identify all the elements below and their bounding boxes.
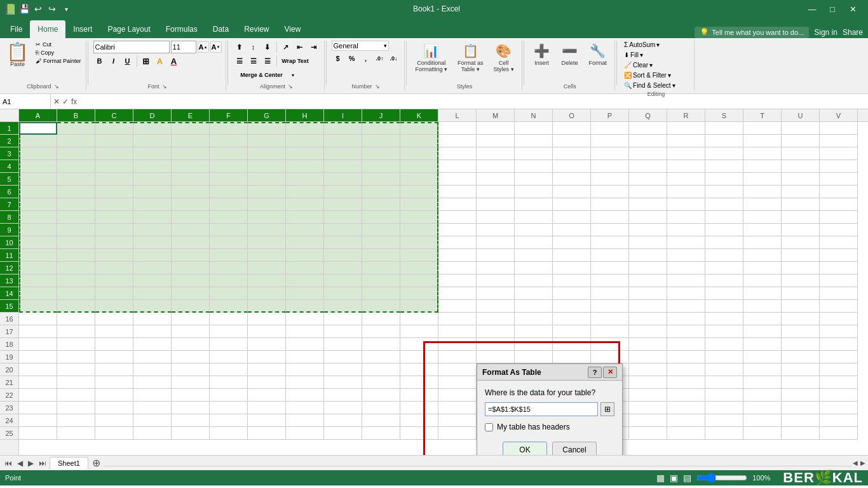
grid-cell[interactable] — [553, 300, 591, 313]
col-header-R[interactable]: R — [667, 109, 705, 121]
grid-cell[interactable] — [553, 351, 591, 363]
grid-cell[interactable] — [477, 351, 515, 363]
row-header-12[interactable]: 12 — [0, 262, 18, 274]
grid-cell[interactable] — [515, 173, 553, 186]
grid-cell[interactable] — [667, 325, 705, 338]
grid-cell[interactable] — [133, 287, 172, 300]
row-header-8[interactable]: 8 — [0, 211, 18, 224]
grid-cell[interactable] — [362, 338, 400, 351]
grid-cell[interactable] — [629, 402, 667, 414]
grid-cell[interactable] — [591, 313, 629, 325]
grid-cell[interactable] — [248, 262, 286, 274]
col-header-H[interactable]: H — [286, 109, 324, 121]
grid-cell[interactable] — [438, 325, 477, 338]
grid-cell[interactable] — [172, 287, 210, 300]
grid-cell[interactable] — [820, 135, 858, 147]
grid-cell[interactable] — [400, 198, 438, 211]
grid-cell[interactable] — [324, 211, 362, 224]
grid-cell[interactable] — [248, 173, 286, 186]
tab-formulas[interactable]: Formulas — [158, 20, 205, 38]
grid-cell[interactable] — [820, 338, 858, 351]
row-header-24[interactable]: 24 — [0, 414, 18, 427]
grid-cell[interactable] — [743, 198, 782, 211]
grid-cell[interactable] — [133, 414, 172, 427]
grid-cell[interactable] — [743, 414, 782, 427]
row-header-25[interactable]: 25 — [0, 427, 18, 440]
grid-cell[interactable] — [820, 236, 858, 249]
grid-cell[interactable] — [667, 274, 705, 287]
grid-cell[interactable] — [743, 224, 782, 236]
grid-cell[interactable] — [400, 287, 438, 300]
grid-cell[interactable] — [553, 147, 591, 160]
grid-cell[interactable] — [667, 236, 705, 249]
grid-cell[interactable] — [286, 389, 324, 402]
grid-cell[interactable] — [324, 427, 362, 440]
dialog-help-button[interactable]: ? — [588, 367, 602, 378]
close-button[interactable]: ✕ — [843, 0, 863, 18]
grid-cell[interactable] — [553, 338, 591, 351]
grid-cell[interactable] — [133, 262, 172, 274]
grid-cell[interactable] — [172, 173, 210, 186]
grid-cell[interactable] — [133, 389, 172, 402]
grid-cell[interactable] — [172, 338, 210, 351]
grid-cell[interactable] — [515, 186, 553, 198]
dialog-cancel-button[interactable]: Cancel — [552, 442, 597, 455]
grid-cell[interactable] — [743, 300, 782, 313]
undo-icon[interactable]: ↩ — [33, 4, 43, 14]
grid-cell[interactable] — [743, 122, 782, 135]
grid-cell[interactable] — [667, 376, 705, 389]
grid-cell[interactable] — [95, 160, 133, 173]
grid-cell[interactable] — [286, 414, 324, 427]
grid-cell[interactable] — [667, 249, 705, 262]
grid-cell[interactable] — [782, 249, 820, 262]
grid-cell[interactable] — [286, 122, 324, 135]
comma-button[interactable]: , — [360, 52, 372, 65]
grid-cell[interactable] — [591, 198, 629, 211]
grid-cell[interactable] — [286, 211, 324, 224]
grid-cell[interactable] — [95, 173, 133, 186]
grid-cell[interactable] — [19, 135, 57, 147]
grid-cell[interactable] — [57, 186, 95, 198]
grid-cell[interactable] — [400, 249, 438, 262]
grid-cell[interactable] — [19, 363, 57, 376]
grid-cell[interactable] — [743, 186, 782, 198]
grid-cell[interactable] — [210, 376, 248, 389]
grid-cell[interactable] — [591, 211, 629, 224]
grid-cell[interactable] — [705, 376, 743, 389]
col-header-J[interactable]: J — [362, 109, 400, 121]
grid-cell[interactable] — [133, 249, 172, 262]
copy-button[interactable]: ⎘ Copy — [34, 49, 83, 57]
grid-cell[interactable] — [362, 122, 400, 135]
grid-cell[interactable] — [210, 287, 248, 300]
grid-cell[interactable] — [57, 338, 95, 351]
grid-cell[interactable] — [782, 135, 820, 147]
grid-cell[interactable] — [515, 147, 553, 160]
view-normal-button[interactable]: ▦ — [656, 473, 665, 483]
grid-cell[interactable] — [324, 363, 362, 376]
grid-cell[interactable] — [19, 389, 57, 402]
grid-cell[interactable] — [438, 338, 477, 351]
col-header-T[interactable]: T — [743, 109, 782, 121]
grid-cell[interactable] — [591, 262, 629, 274]
grid-cell[interactable] — [743, 313, 782, 325]
grid-cell[interactable] — [743, 402, 782, 414]
row-header-6[interactable]: 6 — [0, 186, 18, 198]
grid-cell[interactable] — [172, 147, 210, 160]
col-header-N[interactable]: N — [515, 109, 553, 121]
grid-cell[interactable] — [362, 287, 400, 300]
grid-cell[interactable] — [172, 313, 210, 325]
grid-cell[interactable] — [133, 224, 172, 236]
col-header-L[interactable]: L — [438, 109, 477, 121]
grid-cell[interactable] — [362, 249, 400, 262]
grid-cell[interactable] — [286, 325, 324, 338]
grid-cell[interactable] — [629, 313, 667, 325]
grid-cell[interactable] — [515, 224, 553, 236]
grid-cell[interactable] — [477, 287, 515, 300]
grid-cell[interactable] — [95, 351, 133, 363]
grid-cell[interactable] — [743, 389, 782, 402]
number-expand-icon[interactable]: ↘ — [375, 83, 380, 90]
grid-cell[interactable] — [248, 122, 286, 135]
grid-cell[interactable] — [782, 351, 820, 363]
tab-nav-next[interactable]: ▶ — [26, 459, 36, 468]
grid-cell[interactable] — [19, 402, 57, 414]
